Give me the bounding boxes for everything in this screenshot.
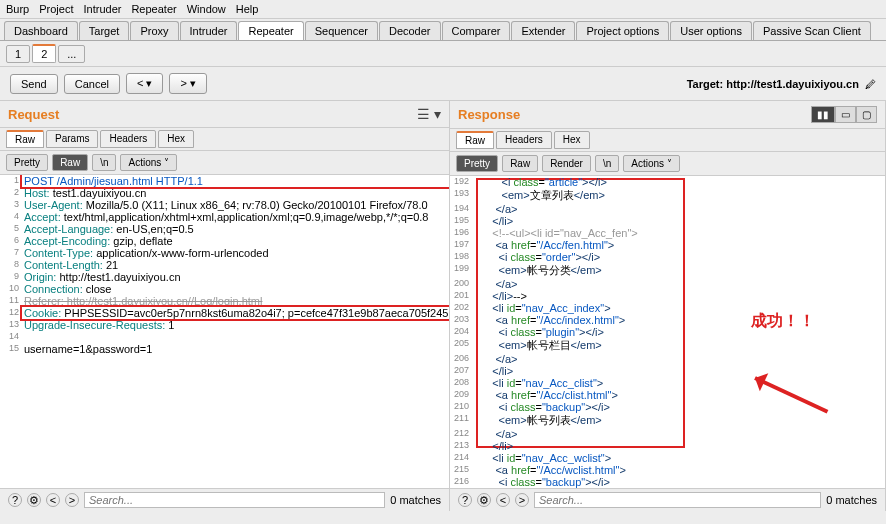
- response-actions-btn[interactable]: Actions ˅: [623, 155, 680, 172]
- subtab-add[interactable]: ...: [58, 45, 85, 63]
- search-back-icon[interactable]: <: [46, 493, 60, 507]
- request-title: Request: [8, 107, 59, 122]
- tab-user-options[interactable]: User options: [670, 21, 752, 40]
- request-pretty-btn[interactable]: Pretty: [6, 154, 48, 171]
- menu-intruder[interactable]: Intruder: [84, 3, 122, 15]
- search-help-icon[interactable]: ?: [458, 493, 472, 507]
- menu-repeater[interactable]: Repeater: [131, 3, 176, 15]
- subtab-2[interactable]: 2: [32, 44, 56, 63]
- response-raw-tab[interactable]: Raw: [456, 131, 494, 149]
- repeater-toolbar: Send Cancel < ▾ > ▾ Target: http://test1…: [0, 67, 886, 101]
- tab-proxy[interactable]: Proxy: [130, 21, 178, 40]
- response-pane: Response ▮▮ ▭ ▢ Raw Headers Hex Pretty R…: [450, 101, 886, 511]
- target-display[interactable]: Target: http://test1.dayuixiyou.cn 🖉: [687, 78, 876, 90]
- tab-comparer[interactable]: Comparer: [442, 21, 511, 40]
- tab-repeater[interactable]: Repeater: [238, 21, 303, 40]
- tab-target[interactable]: Target: [79, 21, 130, 40]
- toggle-split-icon[interactable]: ▭: [835, 106, 856, 123]
- tab-decoder[interactable]: Decoder: [379, 21, 441, 40]
- request-editor[interactable]: 1POST /Admin/jiesuan.html HTTP/1.1 2Host…: [0, 175, 449, 488]
- menubar: Burp Project Intruder Repeater Window He…: [0, 0, 886, 19]
- search-settings-icon[interactable]: ⚙: [477, 493, 491, 507]
- menu-project[interactable]: Project: [39, 3, 73, 15]
- tab-sequencer[interactable]: Sequencer: [305, 21, 378, 40]
- search-help-icon[interactable]: ?: [8, 493, 22, 507]
- menu-window[interactable]: Window: [187, 3, 226, 15]
- request-footer: ? ⚙ < > 0 matches: [0, 488, 449, 511]
- tab-extender[interactable]: Extender: [511, 21, 575, 40]
- menu-burp[interactable]: Burp: [6, 3, 29, 15]
- response-raw-btn[interactable]: Raw: [502, 155, 538, 172]
- request-nl-btn[interactable]: \n: [92, 154, 116, 171]
- response-headers-tab[interactable]: Headers: [496, 131, 552, 149]
- history-prev-button[interactable]: < ▾: [126, 73, 164, 94]
- response-hex-tab[interactable]: Hex: [554, 131, 590, 149]
- history-next-button[interactable]: > ▾: [169, 73, 207, 94]
- response-render-btn[interactable]: Render: [542, 155, 591, 172]
- send-button[interactable]: Send: [10, 74, 58, 94]
- tab-passive-scan[interactable]: Passive Scan Client: [753, 21, 871, 40]
- tab-dashboard[interactable]: Dashboard: [4, 21, 78, 40]
- request-match-count: 0 matches: [390, 494, 441, 506]
- main-tabbar: Dashboard Target Proxy Intruder Repeater…: [0, 19, 886, 41]
- response-nl-btn[interactable]: \n: [595, 155, 619, 172]
- search-fwd-icon[interactable]: >: [515, 493, 529, 507]
- request-raw-tab[interactable]: Raw: [6, 130, 44, 148]
- request-raw-btn[interactable]: Raw: [52, 154, 88, 171]
- response-search-input[interactable]: [534, 492, 821, 508]
- request-pane: Request ☰ ▾ Raw Params Headers Hex Prett…: [0, 101, 450, 511]
- request-search-input[interactable]: [84, 492, 385, 508]
- response-match-count: 0 matches: [826, 494, 877, 506]
- tab-project-options[interactable]: Project options: [576, 21, 669, 40]
- search-fwd-icon[interactable]: >: [65, 493, 79, 507]
- search-back-icon[interactable]: <: [496, 493, 510, 507]
- request-params-tab[interactable]: Params: [46, 130, 98, 148]
- repeater-subtabs: 1 2 ...: [0, 41, 886, 67]
- request-actions-btn[interactable]: Actions ˅: [120, 154, 177, 171]
- search-settings-icon[interactable]: ⚙: [27, 493, 41, 507]
- menu-help[interactable]: Help: [236, 3, 259, 15]
- response-title: Response: [458, 107, 520, 122]
- response-pretty-btn[interactable]: Pretty: [456, 155, 498, 172]
- toggle-dual-icon[interactable]: ▮▮: [811, 106, 835, 123]
- response-editor[interactable]: 成功！！ 192 <i class="article"></i>193 <em>…: [450, 176, 885, 488]
- cancel-button[interactable]: Cancel: [64, 74, 120, 94]
- subtab-1[interactable]: 1: [6, 45, 30, 63]
- toggle-single-icon[interactable]: ▢: [856, 106, 877, 123]
- request-hex-tab[interactable]: Hex: [158, 130, 194, 148]
- request-headers-tab[interactable]: Headers: [100, 130, 156, 148]
- layout-icon[interactable]: ☰ ▾: [417, 106, 441, 122]
- response-footer: ? ⚙ < > 0 matches: [450, 488, 885, 511]
- tab-intruder[interactable]: Intruder: [180, 21, 238, 40]
